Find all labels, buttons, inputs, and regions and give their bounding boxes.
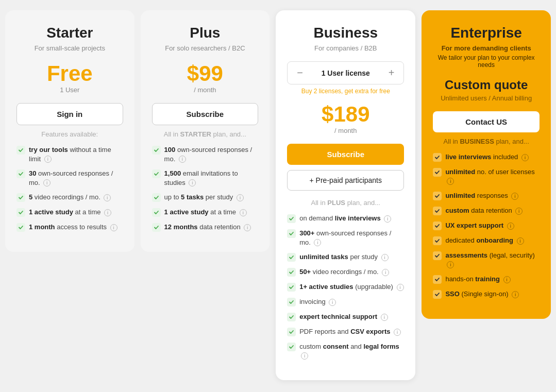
info-icon[interactable]: i: [447, 261, 454, 268]
business-features-list: on demand live interviews i 300+ own-sou…: [287, 214, 404, 360]
list-item: 1 month access to results i: [16, 223, 123, 232]
info-icon[interactable]: i: [382, 269, 389, 276]
info-icon[interactable]: i: [503, 276, 511, 283]
check-icon: [287, 253, 296, 262]
plus-card: Plus For solo researchers / B2C $99 / mo…: [141, 10, 270, 252]
list-item: try our tools without a time limit i: [16, 145, 123, 163]
list-item: 300+ own-sourced responses / mo. i: [287, 229, 404, 247]
check-icon: [433, 192, 442, 200]
info-icon[interactable]: i: [447, 178, 454, 185]
info-icon[interactable]: i: [511, 193, 518, 200]
list-item: unlimited responses i: [433, 191, 540, 200]
info-icon[interactable]: i: [397, 284, 404, 291]
enterprise-plan-subtitle: For more demanding clients: [433, 44, 540, 52]
list-item: dedicated onboarding i: [433, 236, 540, 245]
starter-plan-name: Starter: [16, 25, 123, 41]
list-item: on demand live interviews i: [287, 214, 404, 223]
info-icon[interactable]: i: [44, 156, 52, 163]
info-icon[interactable]: i: [244, 224, 251, 231]
enterprise-plan-name: Enterprise: [433, 25, 540, 41]
check-icon: [287, 214, 296, 223]
list-item: 1 active study at a time i: [16, 208, 123, 217]
check-icon: [433, 275, 442, 284]
info-icon[interactable]: i: [240, 209, 247, 216]
check-icon: [433, 290, 442, 299]
license-control: − 1 User license +: [287, 61, 404, 84]
plus-features-list: 100 own-sourced responses / mo. i 1,500 …: [152, 145, 259, 232]
info-icon[interactable]: i: [381, 254, 389, 261]
list-item: live interviews included i: [433, 152, 540, 162]
info-icon[interactable]: i: [394, 329, 401, 336]
info-icon[interactable]: i: [43, 179, 50, 186]
info-icon[interactable]: i: [189, 179, 196, 186]
plus-plan-subtitle: For solo researchers / B2C: [152, 44, 259, 52]
info-icon[interactable]: i: [515, 208, 523, 215]
info-icon[interactable]: i: [237, 194, 244, 201]
info-icon[interactable]: i: [104, 194, 111, 201]
license-text: 1 User license: [322, 69, 370, 77]
enterprise-features-title: All in BUSINESS plan, and...: [433, 138, 540, 145]
check-icon: [433, 236, 442, 245]
business-card: Business For companies / B2B − 1 User li…: [276, 10, 415, 380]
check-icon: [16, 223, 25, 232]
info-icon[interactable]: i: [381, 314, 388, 321]
list-item: 1,500 email invitations to studies i: [152, 169, 259, 187]
list-item: expert technical support i: [287, 312, 404, 321]
list-item: assessments (legal, security) i: [433, 251, 540, 269]
list-item: 12 months data retention i: [152, 223, 259, 232]
enterprise-cta-button[interactable]: Contact US: [433, 111, 540, 132]
enterprise-quote-subtitle: Unlimited users / Annual billing: [433, 94, 540, 102]
info-icon[interactable]: i: [104, 209, 111, 216]
starter-cta-button[interactable]: Sign in: [16, 103, 123, 125]
check-icon: [433, 207, 442, 215]
list-item: UX expert support i: [433, 221, 540, 230]
business-price-unit: / month: [287, 127, 404, 134]
plus-cta-button[interactable]: Subscribe: [152, 103, 259, 125]
list-item: 100 own-sourced responses / mo. i: [152, 145, 259, 163]
list-item: SSO (Single sign-on) i: [433, 289, 540, 299]
list-item: invoicing i: [287, 297, 404, 306]
check-icon: [287, 328, 296, 336]
list-item: custom data retention i: [433, 206, 540, 215]
info-icon[interactable]: i: [512, 291, 519, 298]
check-icon: [16, 169, 25, 178]
info-icon[interactable]: i: [521, 154, 529, 161]
starter-price: Free: [16, 61, 123, 86]
check-icon: [287, 313, 296, 321]
pricing-container: Starter For small-scale projects Free 1 …: [5, 10, 551, 380]
business-cta-primary-button[interactable]: Subscribe: [287, 144, 404, 165]
check-icon: [152, 193, 161, 202]
list-item: hands-on training i: [433, 275, 540, 284]
check-icon: [433, 153, 442, 162]
business-plan-name: Business: [287, 25, 404, 41]
info-icon[interactable]: i: [384, 215, 391, 223]
license-decrease-button[interactable]: −: [295, 67, 305, 79]
check-icon: [16, 146, 25, 155]
plus-features-title: All in STARTER plan, and...: [152, 130, 259, 138]
check-icon: [152, 208, 161, 217]
check-icon: [152, 146, 161, 155]
info-icon[interactable]: i: [517, 237, 524, 245]
list-item: 5 video recordings / mo. i: [16, 193, 123, 202]
license-increase-button[interactable]: +: [386, 67, 397, 79]
check-icon: [433, 221, 442, 230]
list-item: up to 5 tasks per study i: [152, 193, 259, 202]
info-icon[interactable]: i: [314, 239, 321, 246]
info-icon[interactable]: i: [179, 156, 186, 163]
plus-price: $99: [152, 61, 259, 86]
starter-card: Starter For small-scale projects Free 1 …: [5, 10, 134, 252]
list-item: unlimited no. of user licenses i: [433, 167, 540, 185]
info-icon[interactable]: i: [110, 224, 117, 231]
info-icon[interactable]: i: [301, 352, 308, 360]
list-item: unlimited tasks per study i: [287, 252, 404, 262]
check-icon: [287, 268, 296, 277]
business-cta-secondary-button[interactable]: + Pre-paid participants: [287, 170, 404, 191]
plus-price-unit: / month: [152, 86, 259, 94]
check-icon: [287, 298, 296, 306]
info-icon[interactable]: i: [329, 299, 336, 306]
business-price: $189: [287, 102, 404, 127]
license-promo: Buy 2 licenses, get extra for free: [287, 88, 404, 95]
info-icon[interactable]: i: [507, 223, 514, 230]
business-plan-subtitle: For companies / B2B: [287, 44, 404, 52]
starter-features-title: Features available:: [16, 130, 123, 138]
